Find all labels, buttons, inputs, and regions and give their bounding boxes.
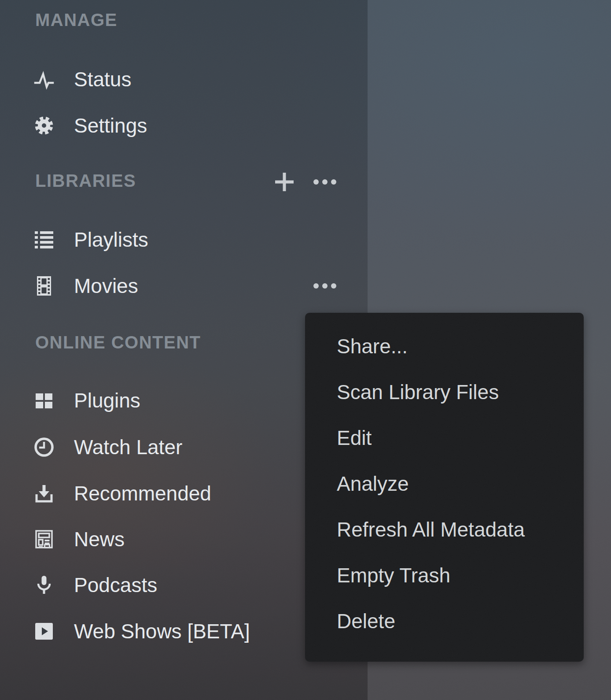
sidebar-item-web-shows[interactable]: Web Shows [BETA] — [33, 620, 250, 643]
menu-item-analyze[interactable]: Analyze — [305, 461, 584, 507]
sidebar-item-watch-later[interactable]: Watch Later — [33, 436, 182, 459]
plus-icon[interactable] — [274, 171, 295, 193]
sidebar-item-label: Web Shows [BETA] — [74, 619, 250, 643]
menu-item-delete[interactable]: Delete — [305, 598, 584, 644]
sidebar-item-label: Playlists — [74, 228, 148, 252]
menu-item-refresh-all-metadata[interactable]: Refresh All Metadata — [305, 507, 584, 552]
newspaper-icon — [33, 529, 55, 550]
sidebar-item-label: Watch Later — [74, 435, 182, 459]
activity-icon — [33, 69, 55, 90]
play-video-icon — [33, 621, 55, 642]
sidebar-item-plugins[interactable]: Plugins — [33, 389, 140, 412]
section-header-manage: MANAGE — [35, 10, 118, 30]
sidebar-item-recommended[interactable]: Recommended — [33, 482, 211, 505]
menu-item-scan-library-files[interactable]: Scan Library Files — [305, 369, 584, 415]
clock-icon — [33, 437, 55, 458]
sidebar-item-label: News — [74, 527, 125, 551]
download-icon — [33, 483, 55, 504]
section-header-online-content: ONLINE CONTENT — [35, 332, 201, 352]
grid-icon — [33, 390, 55, 411]
sidebar-item-label: Recommended — [74, 481, 211, 505]
library-context-menu: Share... Scan Library Files Edit Analyze… — [305, 313, 584, 662]
sidebar-item-label: Settings — [74, 114, 147, 137]
sidebar-item-news[interactable]: News — [33, 528, 125, 551]
section-header-libraries: LIBRARIES — [35, 170, 136, 191]
sidebar-item-label: Plugins — [74, 389, 140, 412]
ellipsis-icon[interactable] — [313, 173, 337, 191]
movies-ellipsis-icon[interactable] — [313, 277, 337, 295]
film-icon — [33, 275, 55, 296]
sidebar-item-movies[interactable]: Movies — [33, 274, 138, 297]
sidebar-item-label: Podcasts — [74, 573, 157, 597]
sidebar-item-podcasts[interactable]: Podcasts — [33, 574, 157, 596]
menu-item-edit[interactable]: Edit — [305, 415, 584, 461]
sidebar-item-label: Movies — [74, 274, 138, 298]
gear-icon — [33, 115, 55, 136]
screen: MANAGE Status Settings LIBRARIES — [0, 0, 611, 700]
sidebar-item-status[interactable]: Status — [33, 68, 131, 91]
sidebar-item-label: Status — [74, 67, 131, 91]
playlist-icon — [33, 229, 55, 250]
sidebar-item-settings[interactable]: Settings — [33, 114, 147, 137]
menu-item-share[interactable]: Share... — [305, 323, 584, 369]
microphone-icon — [33, 574, 55, 596]
menu-item-empty-trash[interactable]: Empty Trash — [305, 552, 584, 598]
sidebar-item-playlists[interactable]: Playlists — [33, 228, 148, 251]
